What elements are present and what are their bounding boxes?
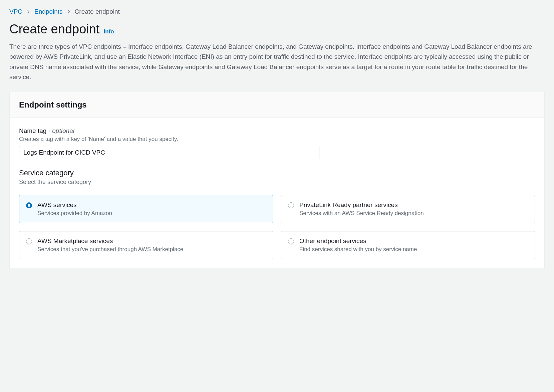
panel-title: Endpoint settings xyxy=(19,100,535,110)
radio-icon xyxy=(288,202,294,208)
endpoint-settings-panel: Endpoint settings Name tag - optional Cr… xyxy=(9,92,545,269)
tile-desc: Services provided by Amazon xyxy=(37,210,266,217)
tile-title: PrivateLink Ready partner services xyxy=(299,201,528,209)
page-title: Create endpoint xyxy=(9,22,99,36)
breadcrumb: VPC Endpoints Create endpoint xyxy=(9,8,545,15)
breadcrumb-current: Create endpoint xyxy=(75,8,120,15)
radio-icon xyxy=(288,238,294,244)
tile-title: AWS Marketplace services xyxy=(37,237,266,245)
tile-title: AWS services xyxy=(37,201,266,209)
tile-aws-marketplace[interactable]: AWS Marketplace services Services that y… xyxy=(19,231,273,259)
name-tag-label: Name tag - optional xyxy=(19,127,535,135)
tile-privatelink-ready[interactable]: PrivateLink Ready partner services Servi… xyxy=(281,195,535,223)
tile-desc: Services that you've purchased through A… xyxy=(37,246,266,253)
tile-desc: Find services shared with you by service… xyxy=(299,246,528,253)
service-category-hint: Select the service category xyxy=(19,179,535,186)
radio-icon xyxy=(26,238,32,244)
breadcrumb-link-vpc[interactable]: VPC xyxy=(9,8,22,15)
tile-title: Other endpoint services xyxy=(299,237,528,245)
tile-other-endpoint[interactable]: Other endpoint services Find services sh… xyxy=(281,231,535,259)
info-link[interactable]: Info xyxy=(103,28,114,35)
chevron-right-icon xyxy=(26,10,30,14)
radio-icon xyxy=(26,202,32,208)
breadcrumb-link-endpoints[interactable]: Endpoints xyxy=(34,8,63,15)
name-tag-hint: Creates a tag with a key of 'Name' and a… xyxy=(19,136,535,143)
service-category-label: Service category xyxy=(19,169,535,177)
chevron-right-icon xyxy=(67,10,71,14)
name-tag-input[interactable] xyxy=(19,146,319,159)
page-description: There are three types of VPC endpoints –… xyxy=(9,42,545,82)
tile-desc: Services with an AWS Service Ready desig… xyxy=(299,210,528,217)
tile-aws-services[interactable]: AWS services Services provided by Amazon xyxy=(19,195,273,223)
